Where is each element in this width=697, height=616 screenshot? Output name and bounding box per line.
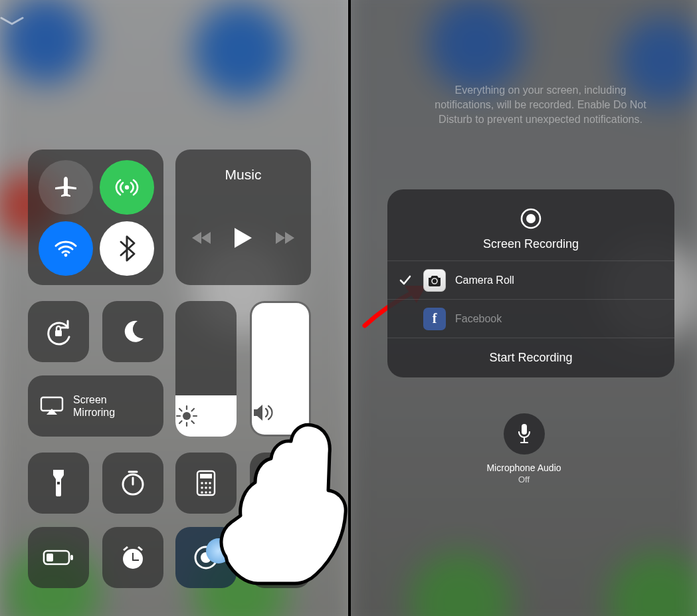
svg-rect-35 <box>267 555 269 560</box>
volume-slider[interactable] <box>250 301 311 437</box>
do-not-disturb-toggle[interactable] <box>102 301 163 362</box>
microphone-audio-label: Microphone Audio <box>351 462 697 473</box>
svg-rect-40 <box>288 552 290 563</box>
camera-roll-label: Camera Roll <box>455 274 514 286</box>
svg-point-34 <box>201 552 211 563</box>
music-module[interactable]: Music <box>175 150 311 285</box>
record-icon <box>387 207 674 231</box>
camera-roll-app-icon <box>423 269 446 292</box>
svg-point-25 <box>201 491 203 494</box>
connectivity-module[interactable] <box>28 150 163 285</box>
calculator-button[interactable] <box>175 453 237 514</box>
svg-rect-38 <box>279 547 282 568</box>
svg-rect-30 <box>70 555 73 560</box>
svg-line-8 <box>179 409 182 411</box>
waveform-icon <box>266 547 295 568</box>
brightness-icon <box>175 405 237 427</box>
timer-button[interactable] <box>102 453 163 514</box>
svg-rect-13 <box>57 482 60 484</box>
svg-point-19 <box>201 482 203 484</box>
microphone-audio-toggle[interactable]: Microphone Audio Off <box>351 413 697 484</box>
svg-point-20 <box>205 482 207 484</box>
svg-point-28 <box>276 480 285 489</box>
screen-recording-button[interactable] <box>175 527 237 588</box>
svg-rect-36 <box>271 552 273 563</box>
destination-camera-roll[interactable]: Camera Roll <box>387 260 674 299</box>
cellular-data-toggle[interactable] <box>100 160 154 215</box>
low-power-mode-button[interactable] <box>28 527 89 588</box>
voice-memos-button[interactable] <box>250 527 311 588</box>
camera-icon <box>266 472 294 494</box>
orientation-lock-toggle[interactable] <box>28 301 89 362</box>
svg-point-23 <box>205 486 207 489</box>
airplane-icon <box>52 174 79 201</box>
dismiss-chevron-icon[interactable] <box>0 17 348 26</box>
svg-rect-18 <box>200 474 212 478</box>
facebook-label: Facebook <box>455 313 502 325</box>
flashlight-button[interactable] <box>28 453 89 514</box>
svg-rect-41 <box>292 555 294 560</box>
svg-rect-37 <box>275 550 277 565</box>
svg-rect-2 <box>55 330 62 336</box>
svg-point-26 <box>205 491 207 494</box>
start-recording-button[interactable]: Start Recording <box>387 338 674 377</box>
facebook-app-icon: f <box>423 308 446 330</box>
svg-point-22 <box>201 486 203 489</box>
svg-line-10 <box>192 409 195 411</box>
battery-icon <box>43 549 74 566</box>
screen-recording-popup: Screen Recording Camera Roll f Facebook … <box>387 189 674 377</box>
control-center-pane: Music <box>0 0 348 616</box>
airplay-icon <box>40 396 64 416</box>
svg-rect-31 <box>47 554 53 562</box>
brightness-slider[interactable] <box>175 301 237 437</box>
calculator-icon <box>196 470 216 496</box>
bluetooth-toggle[interactable] <box>100 221 154 276</box>
popup-title: Screen Recording <box>387 237 674 251</box>
play-button[interactable] <box>235 228 252 248</box>
svg-line-11 <box>179 421 182 424</box>
svg-point-3 <box>183 412 191 420</box>
svg-point-24 <box>209 486 211 489</box>
wifi-icon <box>51 234 80 263</box>
alarm-clock-icon <box>119 544 147 571</box>
svg-line-9 <box>192 421 195 424</box>
volume-icon <box>252 403 309 423</box>
svg-point-1 <box>64 254 68 257</box>
orientation-lock-icon <box>43 316 74 348</box>
svg-rect-45 <box>522 424 527 435</box>
timer-icon <box>119 469 147 497</box>
record-icon <box>193 544 219 571</box>
flashlight-icon <box>51 468 66 498</box>
svg-point-43 <box>526 214 536 223</box>
camera-button[interactable] <box>250 453 311 514</box>
music-title: Music <box>175 167 311 183</box>
svg-point-21 <box>209 482 211 484</box>
screen-mirroring-label-line1: Screen <box>73 393 115 406</box>
airplane-mode-toggle[interactable] <box>39 160 93 215</box>
moon-icon <box>120 318 146 345</box>
alarm-button[interactable] <box>102 527 163 588</box>
bluetooth-icon <box>116 234 138 263</box>
screen-mirroring-button[interactable]: Screen Mirroring <box>28 375 163 437</box>
next-track-button[interactable] <box>274 231 294 245</box>
previous-track-button[interactable] <box>192 231 212 245</box>
cellular-icon <box>112 173 142 202</box>
checkmark-icon <box>399 275 411 286</box>
screen-recording-pane: Everything on your screen, including not… <box>351 0 697 616</box>
microphone-audio-state: Off <box>351 474 697 484</box>
recording-hint-text: Everything on your screen, including not… <box>424 83 657 127</box>
destination-facebook[interactable]: f Facebook <box>387 299 674 338</box>
svg-point-0 <box>125 185 129 189</box>
svg-rect-39 <box>284 550 286 565</box>
microphone-icon <box>516 423 532 445</box>
wifi-toggle[interactable] <box>39 221 93 276</box>
svg-point-27 <box>209 491 211 494</box>
screen-mirroring-label-line2: Mirroring <box>73 406 115 419</box>
